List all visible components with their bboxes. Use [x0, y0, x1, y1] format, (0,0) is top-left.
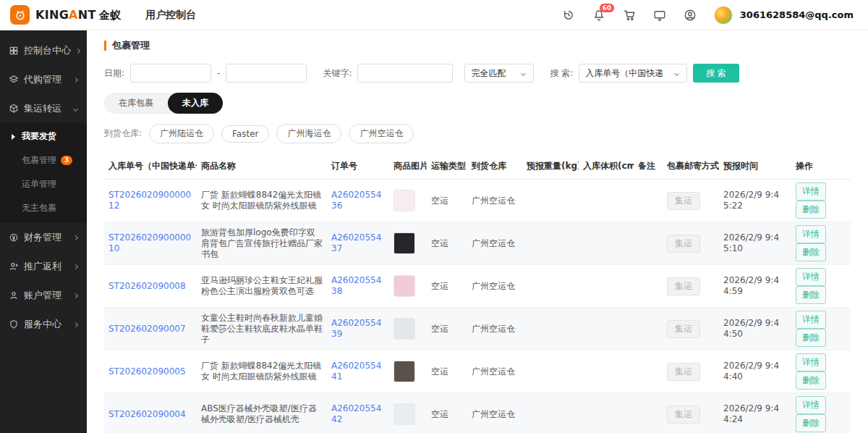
column-header: 备注: [634, 154, 663, 180]
coin-icon: [9, 232, 19, 243]
column-header: 商品名称: [197, 154, 327, 180]
table-row: ST202602090008 亚马逊玛丽珍公主鞋女王妃礼服粉色公主演出服粉黄双色…: [104, 265, 851, 308]
sidebar-item-label: 代购管理: [24, 73, 69, 86]
warehouse-cell: 广州空运仓: [467, 265, 522, 308]
delete-button[interactable]: 删除: [796, 201, 826, 219]
warehouse-pill[interactable]: 广州海运仓: [276, 124, 341, 143]
product-image[interactable]: [393, 190, 415, 211]
delete-button[interactable]: 删除: [796, 371, 826, 390]
sidebar-item-promotion[interactable]: 推广返利: [0, 252, 87, 281]
consolidate-button[interactable]: 集运: [667, 192, 700, 210]
date-to-input[interactable]: [226, 64, 307, 83]
product-image[interactable]: [393, 275, 415, 297]
product-name-cell: 旅游背包加厚logo免费印字双肩背包广告宣传旅行社赠品厂家书包: [197, 222, 327, 265]
warehouse-pill[interactable]: 广州陆运仓: [149, 124, 214, 143]
brand-part1: KING: [35, 8, 69, 22]
sidebar-subitem-waybill-management[interactable]: 运单管理: [0, 172, 87, 196]
avatar[interactable]: [714, 6, 733, 25]
inbound-no-link[interactable]: ST202602090000010: [109, 232, 191, 253]
forecast-time-cell: 2026/2/9 9:44:50: [719, 308, 791, 350]
volume-cell: [579, 222, 634, 265]
delete-button[interactable]: 删除: [796, 286, 826, 304]
layers-icon: [9, 75, 19, 85]
detail-button[interactable]: 详情: [796, 268, 826, 286]
cart-icon[interactable]: [623, 9, 636, 22]
dashboard-icon: [9, 46, 19, 56]
consolidate-button[interactable]: 集运: [667, 235, 700, 253]
delete-button[interactable]: 删除: [796, 243, 826, 261]
history-icon[interactable]: [562, 9, 575, 22]
sidebar-item-purchasing[interactable]: 代购管理: [0, 65, 87, 94]
order-no-link[interactable]: A2602055436: [331, 190, 381, 211]
warehouse-pill[interactable]: Faster: [221, 125, 269, 143]
warehouse-pill[interactable]: 广州空运仓: [349, 124, 414, 143]
transport-type-cell: 空运: [427, 265, 467, 308]
inbound-no-link[interactable]: ST202602090007: [109, 324, 186, 334]
chevron-right-icon: [75, 48, 80, 53]
date-from-input[interactable]: [130, 64, 211, 83]
detail-button[interactable]: 详情: [796, 311, 826, 329]
weight-cell: [522, 180, 579, 222]
sidebar-item-finance[interactable]: 财务管理: [0, 223, 87, 252]
sidebar-subitem-package-management[interactable]: 包裹管理 3: [0, 148, 87, 172]
notification-badge: 60: [600, 4, 615, 12]
product-image[interactable]: [393, 318, 415, 340]
sidebar-item-console-center[interactable]: 控制台中心: [0, 36, 87, 65]
column-header: 操作: [791, 154, 851, 180]
detail-button[interactable]: 详情: [796, 353, 826, 371]
keyword-input[interactable]: [357, 64, 453, 83]
consolidate-button[interactable]: 集运: [667, 405, 700, 424]
volume-cell: [579, 308, 634, 350]
order-no-link[interactable]: A2602055439: [331, 318, 381, 339]
detail-button[interactable]: 详情: [796, 225, 826, 243]
sidebar-item-service[interactable]: 服务中心: [0, 310, 87, 339]
sidebar-subitem-label: 包裹管理: [22, 154, 56, 167]
monitor-icon[interactable]: [653, 9, 666, 22]
consolidate-button[interactable]: 集运: [667, 320, 700, 338]
table-row: ST202602090007 女童公主鞋时尚春秋新款儿童婚鞋爱莎公主鞋软底皮鞋水…: [104, 308, 851, 350]
order-no-link[interactable]: A2602055438: [331, 275, 381, 296]
warehouse-cell: 广州空运仓: [467, 393, 522, 433]
detail-button[interactable]: 详情: [796, 396, 826, 414]
order-no-link[interactable]: A2602055437: [331, 232, 381, 253]
chevron-right-icon: [73, 77, 78, 82]
inbound-no-link[interactable]: ST202602090000012: [109, 190, 191, 211]
tab-not-in-warehouse[interactable]: 未入库: [168, 93, 223, 114]
tab-in-warehouse[interactable]: 在库包裹: [104, 93, 168, 114]
order-no-link[interactable]: A2602055442: [331, 403, 381, 424]
delete-button[interactable]: 删除: [796, 414, 826, 432]
chevron-right-icon: [73, 264, 78, 269]
match-select[interactable]: 完全匹配: [464, 64, 534, 83]
volume-cell: [579, 265, 634, 308]
order-no-link[interactable]: A2602055441: [331, 361, 381, 382]
transport-type-cell: 空运: [427, 308, 467, 350]
inbound-no-link[interactable]: ST202602090004: [109, 409, 186, 419]
consolidate-button[interactable]: 集运: [667, 363, 700, 381]
search-button[interactable]: 搜 索: [693, 64, 739, 83]
product-image[interactable]: [393, 232, 415, 254]
notification-bell-icon[interactable]: 60: [592, 9, 605, 22]
product-image[interactable]: [393, 361, 415, 382]
sidebar-subitem-label: 运单管理: [22, 178, 56, 190]
column-header: 订单号: [327, 154, 389, 180]
search-type-select[interactable]: 入库单号（中国快递: [579, 64, 687, 83]
delete-button[interactable]: 删除: [796, 329, 826, 347]
sidebar-subitem-unclaimed-packages[interactable]: 无主包裹: [0, 196, 87, 220]
consolidate-button[interactable]: 集运: [667, 277, 700, 295]
inbound-no-link[interactable]: ST202602090005: [109, 366, 186, 377]
chevron-right-icon: [73, 321, 78, 327]
sidebar-subitem-i-want-to-ship[interactable]: 我要发货: [0, 125, 87, 148]
sidebar-item-account[interactable]: 账户管理: [0, 281, 87, 310]
detail-button[interactable]: 详情: [796, 182, 826, 201]
transport-type-cell: 空运: [427, 393, 467, 433]
date-label: 日期:: [104, 67, 124, 80]
inbound-no-link[interactable]: ST202602090008: [109, 281, 186, 291]
product-name-cell: 厂货 新款蝴蝶8842偏光太阳镜女 时尚太阳眼镜防紫外线眼镜: [197, 180, 327, 222]
product-image[interactable]: [393, 403, 415, 425]
sidebar-item-freight[interactable]: 集运转运: [0, 94, 87, 123]
user-circle-icon[interactable]: [684, 9, 697, 22]
chevron-right-icon: [73, 293, 78, 298]
sidebar-subitem-label: 我要发货: [22, 130, 56, 143]
forecast-time-cell: 2026/2/9 9:45:22: [719, 180, 791, 222]
sidebar-item-label: 服务中心: [24, 318, 69, 331]
